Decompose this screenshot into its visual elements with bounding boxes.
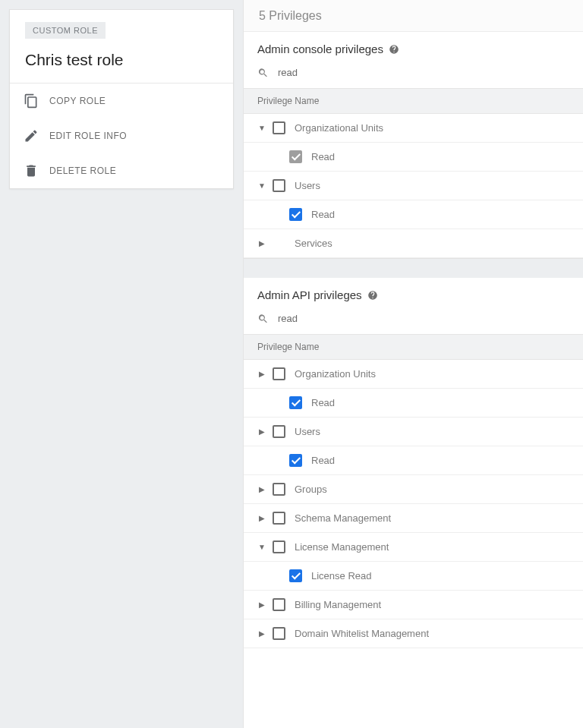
privilege-label: Services [295, 238, 332, 249]
role-type-badge: CUSTOM ROLE [25, 22, 106, 39]
privilege-row: ▶Domain Whitelist Management [244, 619, 583, 648]
privilege-row: ▶Schema Management [244, 504, 583, 533]
privilege-label: Users [295, 426, 320, 437]
privilege-row: ▼Organizational Units [244, 114, 583, 143]
chevron-right-icon[interactable]: ▶ [254, 485, 269, 493]
privilege-search-input[interactable] [276, 312, 569, 325]
trash-icon [24, 163, 39, 178]
help-icon[interactable] [367, 290, 378, 301]
privilege-checkbox[interactable] [289, 569, 302, 582]
privilege-label: Organizational Units [295, 122, 383, 134]
chevron-right-icon[interactable]: ▶ [254, 427, 269, 436]
privilege-row: ▼Users [244, 172, 583, 200]
section-title-text: Admin console privileges [257, 43, 383, 55]
privilege-child-row: License Read [244, 562, 583, 591]
chevron-down-icon[interactable]: ▼ [254, 124, 269, 132]
privilege-label: Schema Management [295, 512, 391, 524]
privilege-label: License Read [311, 570, 372, 581]
chevron-right-icon[interactable]: ▶ [254, 629, 269, 638]
delete-role-button[interactable]: DELETE ROLE [10, 153, 233, 188]
privilege-row: ▶Groups [244, 475, 583, 504]
privilege-row: ▼License Management [244, 533, 583, 562]
chevron-down-icon[interactable]: ▼ [254, 181, 269, 190]
privilege-checkbox[interactable] [273, 512, 285, 525]
privileges-panel: 5 Privileges Admin console privilegesPri… [243, 0, 583, 728]
privilege-checkbox[interactable] [273, 425, 285, 438]
privilege-search-input[interactable] [276, 66, 569, 79]
search-icon [257, 313, 269, 325]
privilege-checkbox[interactable] [289, 150, 302, 163]
privilege-checkbox[interactable] [289, 396, 302, 409]
column-header: Privilege Name [244, 334, 583, 360]
action-label: COPY ROLE [49, 96, 106, 106]
help-icon[interactable] [389, 44, 399, 55]
privilege-row: ▶Users [244, 418, 583, 446]
edit-role-info-button[interactable]: EDIT ROLE INFO [10, 118, 233, 153]
column-header: Privilege Name [244, 88, 583, 114]
privilege-checkbox[interactable] [273, 627, 285, 640]
privilege-label: Read [311, 209, 335, 220]
privilege-label: Read [311, 151, 335, 162]
chevron-down-icon[interactable]: ▼ [254, 543, 269, 551]
copy-role-button[interactable]: COPY ROLE [10, 84, 233, 118]
privilege-checkbox[interactable] [273, 483, 285, 496]
chevron-right-icon[interactable]: ▶ [254, 514, 269, 522]
privilege-checkbox[interactable] [289, 208, 302, 221]
privilege-child-row: Read [244, 389, 583, 418]
privilege-label: Organization Units [295, 368, 376, 380]
panel-header: 5 Privileges [244, 0, 583, 32]
privilege-row: ▶Services [244, 229, 583, 258]
privilege-checkbox[interactable] [273, 598, 285, 611]
action-label: EDIT ROLE INFO [49, 131, 127, 141]
privilege-checkbox[interactable] [273, 540, 285, 553]
privilege-label: Read [311, 455, 335, 466]
privilege-checkbox[interactable] [273, 179, 285, 192]
chevron-right-icon[interactable]: ▶ [254, 370, 269, 378]
search-icon [257, 67, 269, 79]
privilege-child-row: Read [244, 446, 583, 475]
privilege-checkbox[interactable] [273, 367, 285, 380]
privilege-label: Billing Management [295, 599, 381, 610]
section-title-text: Admin API privileges [257, 288, 362, 301]
privilege-label: License Management [295, 541, 389, 553]
privilege-row: ▶Billing Management [244, 591, 583, 619]
privilege-label: Read [311, 397, 335, 408]
chevron-right-icon[interactable]: ▶ [254, 600, 269, 609]
section-title: Admin console privileges [244, 32, 583, 55]
privilege-label: Users [295, 180, 320, 191]
section-title: Admin API privileges [244, 278, 583, 301]
privilege-label: Groups [295, 484, 327, 495]
privilege-child-row: Read [244, 200, 583, 229]
role-card: CUSTOM ROLE Chris test role COPY ROLE ED… [9, 9, 234, 189]
privilege-label: Domain Whitelist Management [295, 628, 429, 639]
pencil-icon [24, 128, 39, 143]
privilege-checkbox[interactable] [273, 121, 285, 134]
action-label: DELETE ROLE [49, 165, 116, 176]
chevron-right-icon[interactable]: ▶ [254, 239, 269, 247]
privilege-child-row: Read [244, 143, 583, 172]
copy-icon [24, 93, 39, 109]
privilege-checkbox[interactable] [289, 454, 302, 467]
privilege-row: ▶Organization Units [244, 360, 583, 389]
role-title: Chris test role [25, 51, 218, 69]
